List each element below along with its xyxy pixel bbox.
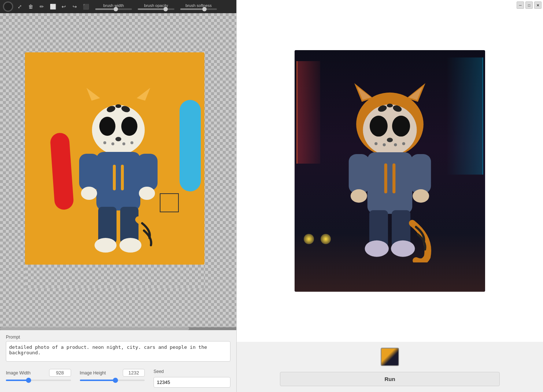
svg-point-52 xyxy=(365,240,389,257)
cat-figure xyxy=(25,52,212,288)
svg-point-12 xyxy=(130,141,133,144)
brush-opacity-slider[interactable] xyxy=(138,8,174,10)
svg-rect-45 xyxy=(392,164,395,194)
svg-point-36 xyxy=(374,142,377,145)
svg-point-15 xyxy=(115,104,121,108)
svg-rect-23 xyxy=(98,207,117,243)
canvas-scrollbar[interactable] xyxy=(0,327,236,330)
cat-svg xyxy=(62,81,175,260)
thumbnail-strip xyxy=(381,348,399,366)
svg-point-26 xyxy=(119,238,141,253)
eraser-tool-button[interactable]: ⬜ xyxy=(48,2,57,11)
image-width-slider-thumb[interactable] xyxy=(26,378,31,383)
svg-point-9 xyxy=(103,141,106,144)
svg-point-22 xyxy=(139,187,155,200)
svg-rect-19 xyxy=(79,154,99,190)
svg-rect-43 xyxy=(367,152,412,214)
brush-tool-button[interactable]: ✏ xyxy=(37,2,46,11)
svg-point-39 xyxy=(402,142,405,145)
svg-point-53 xyxy=(391,240,415,257)
svg-point-6 xyxy=(99,117,115,136)
move-tool-button[interactable]: ⤢ xyxy=(15,2,24,11)
toolbar: ⤢ 🗑 ✏ ⬜ ↩ ↪ ⬛ brush width xyxy=(0,0,236,13)
svg-rect-17 xyxy=(113,165,116,190)
right-cat-svg xyxy=(331,79,448,262)
svg-point-8 xyxy=(115,137,121,141)
brush-opacity-control: brush opacity xyxy=(138,3,174,10)
app-container: ⤢ 🗑 ✏ ⬜ ↩ ↪ ⬛ brush width xyxy=(0,0,543,392)
svg-point-5 xyxy=(92,105,145,155)
image-height-value[interactable]: 1232 xyxy=(123,369,145,377)
svg-rect-47 xyxy=(410,154,431,193)
svg-point-49 xyxy=(413,189,429,203)
svg-point-42 xyxy=(387,104,393,107)
image-width-slider-track[interactable] xyxy=(6,380,71,381)
bottom-controls: Prompt Image Width 928 xyxy=(0,330,236,392)
seed-section: Seed xyxy=(154,369,230,388)
svg-point-25 xyxy=(95,238,117,253)
svg-rect-20 xyxy=(137,154,158,190)
prompt-textarea[interactable] xyxy=(6,341,230,362)
image-width-label: Image Width 928 xyxy=(6,369,71,377)
svg-point-38 xyxy=(394,143,397,146)
svg-point-34 xyxy=(392,116,410,137)
svg-rect-18 xyxy=(121,165,124,190)
svg-rect-46 xyxy=(349,154,369,193)
brush-width-control: brush width xyxy=(95,3,132,10)
image-height-slider-fill xyxy=(80,380,116,381)
mask-button[interactable]: ⬛ xyxy=(81,2,90,11)
right-panel: ─ □ ✕ xyxy=(236,0,543,392)
image-height-slider-track[interactable] xyxy=(80,380,145,381)
brush-width-slider[interactable] xyxy=(95,8,132,10)
prompt-label: Prompt xyxy=(6,335,230,340)
brush-controls: brush width brush opacity xyxy=(95,3,217,10)
minimize-button[interactable]: ─ xyxy=(517,1,524,9)
seed-input[interactable] xyxy=(154,377,230,388)
undo-button[interactable]: ↩ xyxy=(59,2,68,11)
right-controls-section: Run xyxy=(237,342,543,392)
brush-size-indicator xyxy=(3,1,13,12)
brush-softness-control: brush softness xyxy=(180,3,217,10)
sliders-row: Image Width 928 Image Height 1232 xyxy=(6,369,230,388)
svg-point-35 xyxy=(387,138,393,142)
canvas-image-wrapper xyxy=(25,52,212,288)
svg-point-48 xyxy=(351,189,367,203)
svg-point-10 xyxy=(111,142,114,145)
maximize-button[interactable]: □ xyxy=(525,1,533,9)
svg-point-33 xyxy=(370,116,388,137)
window-controls: ─ □ ✕ xyxy=(515,0,543,10)
run-button[interactable]: Run xyxy=(280,372,500,386)
brush-softness-label: brush softness xyxy=(185,3,212,8)
canvas-area[interactable] xyxy=(0,13,236,327)
svg-rect-44 xyxy=(384,164,387,194)
redo-button[interactable]: ↪ xyxy=(70,2,79,11)
canvas-container xyxy=(0,13,236,327)
svg-rect-24 xyxy=(120,207,138,243)
close-button[interactable]: ✕ xyxy=(534,1,542,9)
trash-tool-button[interactable]: 🗑 xyxy=(26,2,35,11)
thumbnail-1-inner xyxy=(381,348,398,365)
right-cat-image xyxy=(295,50,485,292)
image-height-label: Image Height 1232 xyxy=(80,369,145,377)
prompt-section: Prompt xyxy=(6,335,230,363)
svg-point-37 xyxy=(383,143,386,146)
image-height-slider-thumb[interactable] xyxy=(113,378,118,383)
thumbnail-1[interactable] xyxy=(381,348,399,366)
svg-rect-16 xyxy=(96,152,140,210)
image-height-group: Image Height 1232 xyxy=(80,369,145,381)
right-image-section xyxy=(237,0,543,342)
seed-label: Seed xyxy=(154,369,230,374)
image-width-value[interactable]: 928 xyxy=(49,369,71,377)
svg-point-11 xyxy=(122,142,125,145)
svg-point-7 xyxy=(121,117,137,136)
image-width-slider-fill xyxy=(6,380,29,381)
canvas-scrollbar-thumb[interactable] xyxy=(0,327,189,330)
right-cat-figure xyxy=(295,50,485,292)
left-panel: ⤢ 🗑 ✏ ⬜ ↩ ↪ ⬛ brush width xyxy=(0,0,236,392)
image-width-group: Image Width 928 xyxy=(6,369,71,381)
brush-softness-slider[interactable] xyxy=(180,8,217,10)
brush-width-label: brush width xyxy=(103,3,124,8)
svg-point-21 xyxy=(81,187,97,200)
